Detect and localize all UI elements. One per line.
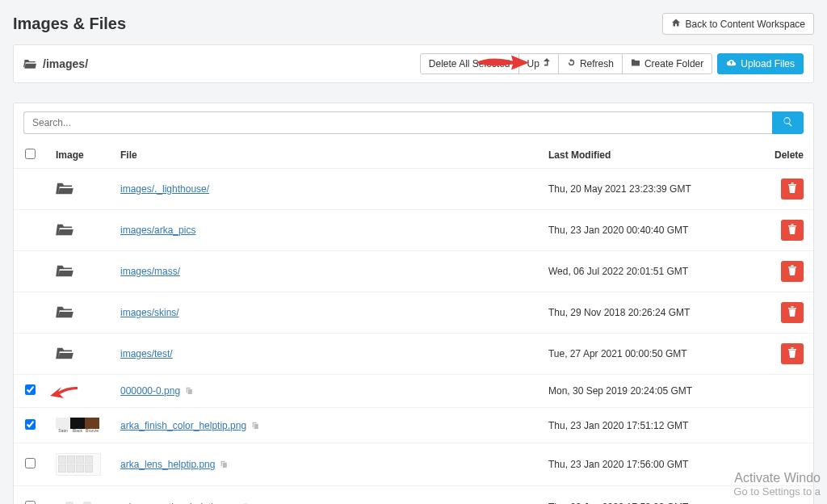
file-link[interactable]: images/arka_pics bbox=[120, 225, 195, 236]
up-label: Up bbox=[527, 58, 539, 69]
thumbnail bbox=[56, 453, 101, 476]
thumbnail bbox=[56, 496, 101, 504]
table-row: arka_lens_helptip.pngThu, 23 Jan 2020 17… bbox=[14, 443, 813, 486]
refresh-button[interactable]: Refresh bbox=[558, 53, 623, 74]
file-list-panel: Image File Last Modified Delete images/.… bbox=[13, 103, 814, 504]
file-link[interactable]: arka_lens_helptip.png bbox=[120, 459, 215, 470]
upload-label: Upload Files bbox=[741, 58, 795, 69]
back-label: Back to Content Workspace bbox=[685, 19, 805, 30]
folder-open-icon bbox=[23, 57, 36, 71]
copy-icon[interactable] bbox=[185, 386, 193, 396]
table-row: 000000-0.pngMon, 30 Sep 2019 20:24:05 GM… bbox=[14, 375, 813, 408]
search-button[interactable] bbox=[772, 111, 804, 134]
table-row: images/mass/Wed, 06 Jul 2022 20:01:51 GM… bbox=[14, 251, 813, 292]
cloud-upload-icon bbox=[726, 58, 737, 69]
delete-row-button[interactable] bbox=[781, 178, 804, 200]
modified-cell: Thu, 23 Jan 2020 17:53:23 GMT bbox=[539, 486, 765, 505]
folder-open-icon bbox=[56, 304, 73, 321]
file-link[interactable]: images/test/ bbox=[120, 348, 173, 359]
trash-icon bbox=[787, 224, 797, 237]
col-image: Image bbox=[46, 142, 111, 169]
folder-icon bbox=[631, 58, 640, 69]
create-folder-button[interactable]: Create Folder bbox=[622, 53, 712, 74]
table-row: arka_mounting_helptip.pngThu, 23 Jan 202… bbox=[14, 486, 813, 505]
row-checkbox[interactable] bbox=[25, 501, 36, 504]
thumbnail: SatinBlackBronze bbox=[56, 418, 101, 433]
modified-cell: Tue, 27 Apr 2021 00:00:50 GMT bbox=[539, 334, 765, 375]
trash-icon bbox=[787, 306, 797, 319]
table-row: images/skins/Thu, 29 Nov 2018 20:26:24 G… bbox=[14, 292, 813, 334]
modified-cell: Thu, 23 Jan 2020 17:51:12 GMT bbox=[539, 408, 765, 443]
home-icon bbox=[671, 18, 681, 30]
search-icon bbox=[783, 116, 793, 129]
delete-selected-button[interactable]: Delete All Selected bbox=[420, 53, 519, 74]
up-button[interactable]: Up bbox=[518, 53, 559, 74]
trash-icon bbox=[787, 265, 797, 278]
file-link[interactable]: arka_finish_color_helptip.png bbox=[120, 420, 246, 431]
page-title: Images & Files bbox=[13, 15, 126, 33]
file-link[interactable]: 000000-0.png bbox=[120, 385, 180, 397]
path-toolbar: /images/ Delete All Selected Up Refresh bbox=[13, 44, 814, 83]
modified-cell: Thu, 20 May 2021 23:23:39 GMT bbox=[539, 169, 765, 210]
folder-open-icon bbox=[56, 263, 73, 280]
file-table: Image File Last Modified Delete images/.… bbox=[14, 142, 813, 504]
modified-cell: Thu, 29 Nov 2018 20:26:24 GMT bbox=[539, 292, 765, 334]
upload-files-button[interactable]: Upload Files bbox=[717, 53, 804, 74]
copy-icon[interactable] bbox=[220, 460, 228, 469]
breadcrumb-path: /images/ bbox=[43, 57, 88, 70]
modified-cell: Thu, 23 Jan 2020 17:56:00 GMT bbox=[539, 443, 765, 486]
file-link[interactable]: images/skins/ bbox=[120, 307, 179, 318]
create-folder-label: Create Folder bbox=[644, 58, 703, 69]
refresh-icon bbox=[567, 58, 576, 69]
folder-open-icon bbox=[56, 181, 73, 198]
row-checkbox[interactable] bbox=[25, 384, 36, 395]
delete-row-button[interactable] bbox=[781, 343, 804, 364]
col-modified: Last Modified bbox=[539, 142, 765, 169]
row-checkbox[interactable] bbox=[25, 458, 36, 468]
table-row: images/test/Tue, 27 Apr 2021 00:00:50 GM… bbox=[14, 334, 813, 375]
table-row: images/._lighthouse/Thu, 20 May 2021 23:… bbox=[14, 169, 813, 210]
table-row: SatinBlackBronzearka_finish_color_helpti… bbox=[14, 408, 813, 443]
folder-open-icon bbox=[56, 346, 73, 363]
modified-cell: Wed, 06 Jul 2022 20:01:51 GMT bbox=[539, 251, 765, 292]
file-link[interactable]: images/._lighthouse/ bbox=[120, 183, 209, 195]
refresh-label: Refresh bbox=[580, 58, 614, 69]
row-checkbox[interactable] bbox=[25, 419, 36, 430]
search-input[interactable] bbox=[23, 111, 772, 134]
modified-cell: Mon, 30 Sep 2019 20:24:05 GMT bbox=[539, 375, 765, 408]
trash-icon bbox=[787, 183, 797, 195]
col-file: File bbox=[111, 142, 539, 169]
breadcrumb: /images/ bbox=[23, 57, 88, 71]
delete-row-button[interactable] bbox=[781, 302, 804, 323]
copy-icon[interactable] bbox=[251, 421, 259, 430]
trash-icon bbox=[787, 347, 797, 360]
table-row: images/arka_picsThu, 23 Jan 2020 00:40:4… bbox=[14, 210, 813, 251]
level-up-icon bbox=[544, 58, 550, 69]
modified-cell: Thu, 23 Jan 2020 00:40:40 GMT bbox=[539, 210, 765, 251]
delete-row-button[interactable] bbox=[781, 261, 804, 282]
back-to-workspace-button[interactable]: Back to Content Workspace bbox=[662, 13, 814, 35]
col-delete: Delete bbox=[765, 142, 813, 169]
file-link[interactable]: images/mass/ bbox=[120, 266, 180, 277]
select-all-checkbox[interactable] bbox=[25, 149, 36, 159]
delete-row-button[interactable] bbox=[781, 220, 804, 241]
folder-open-icon bbox=[56, 222, 73, 239]
